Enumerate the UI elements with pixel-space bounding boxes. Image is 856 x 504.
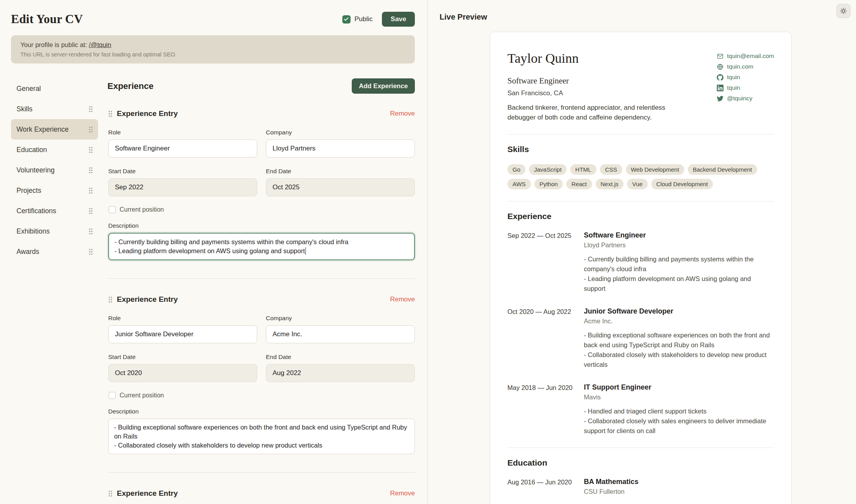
description-textarea[interactable]: - Currently building billing and payment… xyxy=(108,233,415,260)
public-checkbox[interactable] xyxy=(342,15,351,24)
page-title: Edit Your CV xyxy=(11,13,83,26)
company-label: Company xyxy=(266,129,415,136)
current-position-toggle[interactable]: Current position xyxy=(109,392,415,399)
drag-handle-icon[interactable] xyxy=(89,248,93,255)
sidebar-item-exhibitions[interactable]: Exhibitions xyxy=(11,221,98,241)
public-toggle[interactable]: Public xyxy=(342,15,373,24)
profile-url-link[interactable]: /@tquin xyxy=(89,41,111,48)
preview-title: Live Preview xyxy=(440,13,856,22)
item-title: Software Engineer xyxy=(584,231,774,239)
section-title: Experience xyxy=(107,81,153,91)
save-button[interactable]: Save xyxy=(382,12,415,27)
sidebar-item-work-experience[interactable]: Work Experience xyxy=(11,119,98,140)
item-subtitle: Mavis xyxy=(584,393,774,401)
remove-entry-button[interactable]: Remove xyxy=(390,110,415,118)
editor-panel: Edit Your CV Public Save Your profile is… xyxy=(0,0,428,504)
skills-section: Skills Go JavaScript HTML CSS Web Develo… xyxy=(507,134,774,189)
item-title: BA Mathematics xyxy=(584,478,774,486)
add-experience-button[interactable]: Add Experience xyxy=(352,78,415,94)
sidebar-item-awards[interactable]: Awards xyxy=(11,241,98,262)
drag-handle-icon[interactable] xyxy=(108,111,113,117)
skill-pill: Go xyxy=(507,164,525,175)
drag-handle-icon[interactable] xyxy=(89,167,93,174)
end-date-input[interactable] xyxy=(266,364,415,382)
experience-heading: Experience xyxy=(507,212,774,221)
theme-toggle-button[interactable] xyxy=(836,4,851,18)
skill-pill: JavaScript xyxy=(529,164,567,175)
skill-pill: HTML xyxy=(570,164,596,175)
sidebar-item-volunteering[interactable]: Volunteering xyxy=(11,160,98,180)
remove-entry-button[interactable]: Remove xyxy=(390,489,415,497)
role-input[interactable] xyxy=(108,325,257,343)
company-input[interactable] xyxy=(266,325,415,343)
item-dates: Sep 2022 — Oct 2025 xyxy=(507,231,584,293)
start-date-label: Start Date xyxy=(108,354,257,361)
contact-github[interactable]: tquin xyxy=(717,74,774,81)
skills-heading: Skills xyxy=(507,145,774,154)
remove-entry-button[interactable]: Remove xyxy=(390,296,415,303)
company-input[interactable] xyxy=(266,140,415,158)
skill-pill: CSS xyxy=(600,164,622,175)
drag-handle-icon[interactable] xyxy=(89,106,93,112)
editor-body: General Skills Work Experience Education… xyxy=(11,78,415,504)
contact-website[interactable]: tquin.com xyxy=(717,63,774,70)
education-section: Education Aug 2016 — Jun 2020 BA Mathema… xyxy=(507,448,774,495)
start-date-input[interactable] xyxy=(108,178,257,196)
sidebar-item-skills[interactable]: Skills xyxy=(11,99,98,119)
sidebar-item-general[interactable]: General xyxy=(11,78,98,99)
sidebar-item-certifications[interactable]: Certifications xyxy=(11,201,98,221)
role-input[interactable] xyxy=(108,140,257,158)
text-caret xyxy=(305,247,306,255)
drag-handle-icon[interactable] xyxy=(89,208,93,214)
entry-title: Experience Entry xyxy=(117,109,178,118)
description-textarea[interactable]: - Building exceptional software experien… xyxy=(108,419,415,454)
current-position-toggle[interactable]: Current position xyxy=(109,206,415,213)
sidebar-item-projects[interactable]: Projects xyxy=(11,180,98,201)
contact-email[interactable]: tquin@email.com xyxy=(717,53,774,60)
current-position-checkbox[interactable] xyxy=(109,206,116,213)
drag-handle-icon[interactable] xyxy=(108,296,113,303)
current-position-checkbox[interactable] xyxy=(109,392,116,399)
drag-handle-icon[interactable] xyxy=(89,126,93,133)
linkedin-icon xyxy=(717,85,723,91)
cv-name: Taylor Quinn xyxy=(507,51,680,66)
contact-linkedin[interactable]: tquin xyxy=(717,84,774,91)
item-subtitle: Acme Inc. xyxy=(584,317,774,325)
current-position-label: Current position xyxy=(120,206,164,213)
banner-text: Your profile is public at: xyxy=(20,41,87,48)
skill-pill: Vue xyxy=(627,179,647,189)
experience-entry: Experience Entry Remove Role Company Sta… xyxy=(107,472,415,504)
public-label: Public xyxy=(354,15,373,23)
end-date-input[interactable] xyxy=(266,178,415,196)
current-position-label: Current position xyxy=(120,392,164,399)
drag-handle-icon[interactable] xyxy=(89,147,93,153)
github-icon xyxy=(717,74,723,81)
experience-item: Oct 2020 — Aug 2022 Junior Software Deve… xyxy=(507,307,774,369)
skill-pill: Cloud Development xyxy=(651,179,713,189)
twitter-icon xyxy=(717,95,723,102)
contact-twitter[interactable]: @tquincy xyxy=(717,95,774,102)
item-description: - Currently building billing and payment… xyxy=(584,254,774,293)
public-url-banner: Your profile is public at: /@tquin This … xyxy=(11,35,415,63)
mail-icon xyxy=(717,53,723,60)
start-date-input[interactable] xyxy=(108,364,257,382)
company-label: Company xyxy=(266,315,415,322)
sidebar-item-education[interactable]: Education xyxy=(11,140,98,160)
start-date-label: Start Date xyxy=(108,168,257,175)
end-date-label: End Date xyxy=(266,168,415,175)
cv-job-title: Software Engineer xyxy=(507,76,680,86)
drag-handle-icon[interactable] xyxy=(89,228,93,235)
drag-handle-icon[interactable] xyxy=(89,187,93,194)
description-label: Description xyxy=(108,408,415,415)
description-label: Description xyxy=(108,222,415,229)
skill-pill: AWS xyxy=(507,179,531,189)
drag-handle-icon[interactable] xyxy=(108,490,113,497)
skill-pill: React xyxy=(566,179,592,189)
item-dates: May 2018 — Jun 2020 xyxy=(507,383,584,435)
experience-form: Experience Add Experience Experience Ent… xyxy=(107,78,415,504)
item-title: IT Support Engineer xyxy=(584,383,774,392)
section-nav: General Skills Work Experience Education… xyxy=(11,78,98,504)
live-preview-panel: Live Preview Taylor Quinn Software Engin… xyxy=(428,0,856,504)
cv-card: Taylor Quinn Software Engineer San Franc… xyxy=(490,32,792,504)
item-title: Junior Software Developer xyxy=(584,307,774,315)
